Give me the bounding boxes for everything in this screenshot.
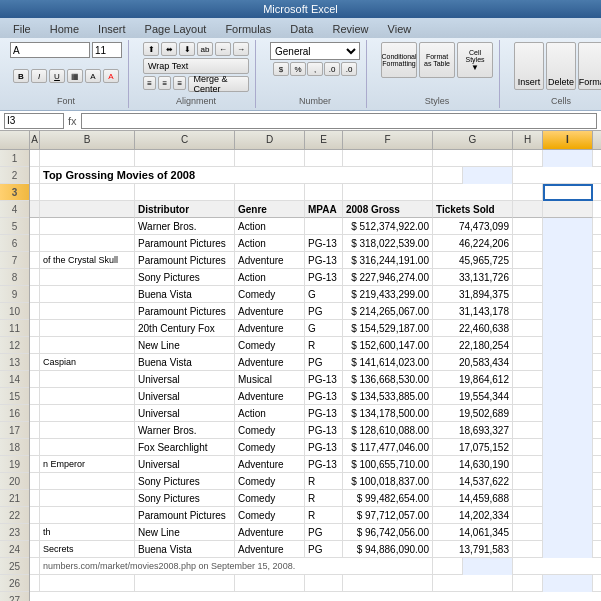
row-num-4[interactable]: 4 (0, 201, 29, 218)
row-num-20[interactable]: 20 (0, 473, 29, 490)
cell-r14-G[interactable]: 14,630,190 (433, 456, 513, 473)
col-header-mpaa[interactable]: MPAA (305, 201, 343, 218)
cell-r19-A[interactable] (30, 541, 40, 558)
cell-3C[interactable] (135, 184, 235, 201)
cell-r16-C[interactable]: Sony Pictures (135, 490, 235, 507)
cell-r6-G[interactable]: 22,460,638 (433, 320, 513, 337)
row-num-10[interactable]: 10 (0, 303, 29, 320)
cell-r4-A[interactable] (30, 286, 40, 303)
col-header-B[interactable]: B (40, 131, 135, 149)
cell-r14-B[interactable]: n Emperor (40, 456, 135, 473)
cell-r9-C[interactable]: Universal (135, 371, 235, 388)
cell-r12-A[interactable] (30, 422, 40, 439)
cell-3E[interactable] (305, 184, 343, 201)
cell-r8-C[interactable]: Buena Vista (135, 354, 235, 371)
cell-fn-A[interactable] (30, 558, 40, 575)
cell-1B[interactable] (40, 150, 135, 167)
insert-button[interactable]: Insert (514, 42, 544, 90)
cell-r17-F[interactable]: $ 97,712,057.00 (343, 507, 433, 524)
cell-r7-F[interactable]: $ 152,600,147.00 (343, 337, 433, 354)
cell-3D[interactable] (235, 184, 305, 201)
cell-r3-H[interactable] (513, 269, 543, 286)
row-num-25[interactable]: 25 (0, 558, 29, 575)
align-middle-button[interactable]: ⬌ (161, 42, 177, 56)
cell-r9-A[interactable] (30, 371, 40, 388)
cell-2H[interactable] (433, 167, 463, 184)
cell-r14-I[interactable] (543, 456, 593, 473)
cell-r0-C[interactable]: Warner Bros. (135, 218, 235, 235)
cell-r11-H[interactable] (513, 405, 543, 422)
col-header-tickets[interactable]: Tickets Sold (433, 201, 513, 218)
cell-r10-A[interactable] (30, 388, 40, 405)
increase-decimal-button[interactable]: .0 (324, 62, 340, 76)
cell-r13-A[interactable] (30, 439, 40, 456)
cell-r1-D[interactable]: Action (235, 235, 305, 252)
conditional-formatting-button[interactable]: Conditional Formatting (381, 42, 417, 78)
cell-r18-I[interactable] (543, 524, 593, 541)
wrap-text-button[interactable]: Wrap Text (143, 58, 249, 74)
format-as-table-button[interactable]: Format as Table (419, 42, 455, 78)
tab-file[interactable]: File (4, 20, 40, 38)
cell-r13-I[interactable] (543, 439, 593, 456)
cell-r18-D[interactable]: Adventure (235, 524, 305, 541)
cell-r6-C[interactable]: 20th Century Fox (135, 320, 235, 337)
cell-r14-E[interactable]: PG-13 (305, 456, 343, 473)
cell-r1-F[interactable]: $ 318,022,539.00 (343, 235, 433, 252)
cell-r10-D[interactable]: Adventure (235, 388, 305, 405)
cell-r5-G[interactable]: 31,143,178 (433, 303, 513, 320)
cell-r4-B[interactable] (40, 286, 135, 303)
cell-r0-F[interactable]: $ 512,374,922.00 (343, 218, 433, 235)
tab-data[interactable]: Data (281, 20, 322, 38)
cell-2A[interactable] (30, 167, 40, 184)
cell-r18-B[interactable]: th (40, 524, 135, 541)
cell-r0-A[interactable] (30, 218, 40, 235)
cell-r2-B[interactable]: of the Crystal Skull (40, 252, 135, 269)
cell-1A[interactable] (30, 150, 40, 167)
row-num-11[interactable]: 11 (0, 320, 29, 337)
cell-r3-G[interactable]: 33,131,726 (433, 269, 513, 286)
row-num-24[interactable]: 24 (0, 541, 29, 558)
cell-r2-C[interactable]: Paramount Pictures (135, 252, 235, 269)
cell-r10-H[interactable] (513, 388, 543, 405)
cell-r19-F[interactable]: $ 94,886,090.00 (343, 541, 433, 558)
cell-3A[interactable] (30, 184, 40, 201)
cell-4I[interactable] (543, 201, 593, 218)
cell-r16-I[interactable] (543, 490, 593, 507)
cell-r10-E[interactable]: PG-13 (305, 388, 343, 405)
cell-r12-G[interactable]: 18,693,327 (433, 422, 513, 439)
cell-r1-I[interactable] (543, 235, 593, 252)
row-num-7[interactable]: 7 (0, 252, 29, 269)
row-num-19[interactable]: 19 (0, 456, 29, 473)
cell-r9-D[interactable]: Musical (235, 371, 305, 388)
cell-r13-H[interactable] (513, 439, 543, 456)
cell-r9-I[interactable] (543, 371, 593, 388)
tab-review[interactable]: Review (323, 20, 377, 38)
cell-r14-A[interactable] (30, 456, 40, 473)
cell-r17-A[interactable] (30, 507, 40, 524)
currency-button[interactable]: $ (273, 62, 289, 76)
cell-r19-B[interactable]: Secrets (40, 541, 135, 558)
cell-r5-C[interactable]: Paramount Pictures (135, 303, 235, 320)
merge-center-button[interactable]: Merge & Center (188, 76, 249, 92)
col-header-A[interactable]: A (30, 131, 40, 149)
cell-1G[interactable] (433, 150, 513, 167)
cell-r11-C[interactable]: Universal (135, 405, 235, 422)
cell-r12-B[interactable] (40, 422, 135, 439)
cell-r13-F[interactable]: $ 117,477,046.00 (343, 439, 433, 456)
cell-r19-E[interactable]: PG (305, 541, 343, 558)
cell-r8-E[interactable]: PG (305, 354, 343, 371)
cell-r10-I[interactable] (543, 388, 593, 405)
cell-r4-D[interactable]: Comedy (235, 286, 305, 303)
row-num-1[interactable]: 1 (0, 150, 29, 167)
cell-r15-H[interactable] (513, 473, 543, 490)
cell-r14-C[interactable]: Universal (135, 456, 235, 473)
cell-r9-G[interactable]: 19,864,612 (433, 371, 513, 388)
cell-r4-E[interactable]: G (305, 286, 343, 303)
cell-r4-C[interactable]: Buena Vista (135, 286, 235, 303)
cell-r12-F[interactable]: $ 128,610,088.00 (343, 422, 433, 439)
cell-r4-G[interactable]: 31,894,375 (433, 286, 513, 303)
delete-button[interactable]: Delete (546, 42, 576, 90)
cell-r18-E[interactable]: PG (305, 524, 343, 541)
cell-r9-H[interactable] (513, 371, 543, 388)
text-orient-button[interactable]: ab (197, 42, 213, 56)
